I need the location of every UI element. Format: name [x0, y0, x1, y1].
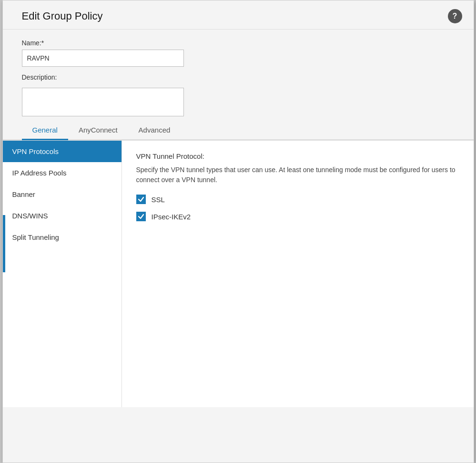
sidebar: VPN Protocols IP Address Pools Banner DN… [3, 141, 122, 407]
tab-anyconnect[interactable]: AnyConnect [68, 121, 128, 140]
sidebar-item-split-tunneling[interactable]: Split Tunneling [3, 226, 122, 248]
main-content: VPN Tunnel Protocol: Specify the VPN tun… [122, 141, 474, 407]
ssl-label: SSL [152, 195, 165, 204]
ssl-checkbox[interactable] [136, 195, 146, 204]
form-section: Name:* Description: [3, 30, 474, 116]
ipsec-checkbox-row: IPsec-IKEv2 [136, 212, 459, 221]
name-label: Name:* [22, 39, 455, 47]
sidebar-item-ip-address-pools[interactable]: IP Address Pools [3, 162, 122, 184]
description-textarea[interactable] [22, 88, 184, 116]
sidebar-item-vpn-protocols[interactable]: VPN Protocols [3, 141, 122, 162]
ipsec-checkmark-icon [138, 213, 144, 220]
ssl-checkbox-row: SSL [136, 195, 459, 204]
modal-header: Edit Group Policy ? [3, 0, 474, 30]
ipsec-label: IPsec-IKEv2 [152, 213, 191, 221]
blue-accent-bar [3, 215, 5, 272]
modal-title: Edit Group Policy [22, 10, 103, 22]
tabs-row: General AnyConnect Advanced [3, 121, 474, 140]
vpn-protocol-desc: Specify the VPN tunnel types that user c… [136, 165, 459, 185]
vpn-protocol-title: VPN Tunnel Protocol: [136, 152, 459, 160]
tab-general[interactable]: General [22, 121, 68, 140]
description-label: Description: [22, 73, 455, 81]
help-icon[interactable]: ? [448, 9, 462, 23]
ssl-checkmark-icon [138, 196, 144, 203]
name-input[interactable] [22, 50, 184, 67]
sidebar-item-dns-wins[interactable]: DNS/WINS [3, 205, 122, 226]
sidebar-item-banner[interactable]: Banner [3, 184, 122, 205]
modal-container: Edit Group Policy ? Name:* Description: … [2, 0, 474, 463]
tab-advanced[interactable]: Advanced [128, 121, 181, 140]
content-area: VPN Protocols IP Address Pools Banner DN… [3, 140, 474, 407]
ipsec-checkbox[interactable] [136, 212, 146, 221]
